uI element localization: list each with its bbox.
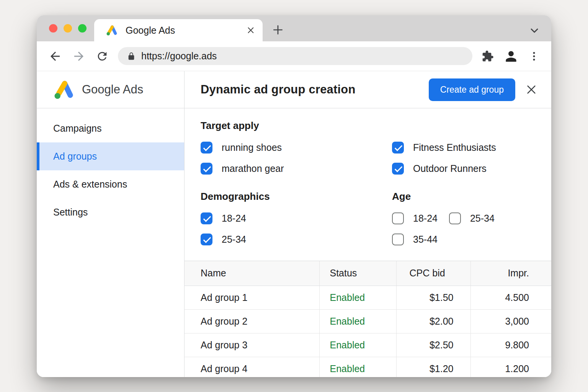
checkbox-icon[interactable] (201, 234, 212, 245)
google-ads-favicon-icon (106, 24, 117, 36)
browser-window: Google Ads (37, 15, 551, 377)
sidebar-item-ads-extensions[interactable]: Ads & extensions (37, 170, 184, 198)
reload-button[interactable] (96, 50, 109, 63)
tab-close-icon[interactable] (247, 26, 255, 34)
desktop-background: Google Ads (0, 0, 588, 392)
brand-name: Google Ads (82, 83, 143, 96)
cell-cpc-bid: $1.20 (396, 357, 470, 377)
targeting-form: Target apply running shoes Fitness Enthu… (185, 108, 551, 255)
cell-status: Enabled (319, 309, 396, 333)
checkbox-demographics-25-34[interactable]: 25-34 (201, 234, 392, 245)
cell-cpc-bid: $1.50 (396, 286, 470, 309)
create-ad-group-button[interactable]: Create ad group (429, 78, 515, 101)
cell-impressions: 4.500 (470, 286, 551, 309)
checkbox-fitness-enthusiasts[interactable]: Fitness Enthusiasts (392, 142, 536, 154)
forward-button[interactable] (72, 49, 86, 63)
tab-title: Google Ads (126, 25, 247, 36)
dialog-close-icon[interactable] (525, 83, 537, 96)
column-header-impressions: Impr. (470, 261, 551, 286)
extensions-puzzle-icon[interactable] (482, 50, 494, 62)
browser-tab[interactable]: Google Ads (94, 19, 263, 41)
checkbox-icon[interactable] (392, 234, 404, 245)
demo-age-options: 18-24 25-34 (201, 212, 536, 255)
age-options-row: 18-24 25-34 (392, 212, 536, 234)
back-button[interactable] (48, 49, 62, 63)
table-header-row: Name Status CPC bid Impr. (185, 261, 551, 286)
cell-cpc-bid: $2.50 (396, 333, 470, 357)
demo-age-headings: Demographics Age (201, 191, 536, 212)
checkbox-icon[interactable] (392, 163, 404, 175)
minimize-window-button[interactable] (64, 24, 72, 33)
app-header: Google Ads Dynamic ad group creation Cre… (37, 71, 551, 108)
target-apply-options: running shoes Fitness Enthusiasts marath… (201, 142, 536, 184)
cell-status: Enabled (319, 357, 396, 377)
checkbox-icon[interactable] (392, 212, 404, 224)
ad-groups-table-container: Name Status CPC bid Impr. Ad group 1 Ena… (185, 261, 551, 377)
cell-name: Ad group 4 (185, 357, 319, 377)
checkbox-age-35-44[interactable]: 35-44 (392, 234, 536, 245)
sidebar-item-campaigns[interactable]: Campaigns (37, 114, 184, 142)
checkbox-label: Fitness Enthusiasts (413, 142, 496, 153)
checkbox-label: 18-24 (413, 213, 438, 224)
zoom-window-button[interactable] (78, 24, 87, 33)
checkbox-label: Outdoor Runners (413, 163, 487, 174)
age-heading: Age (392, 191, 536, 203)
app-body: Campaigns Ad groups Ads & extensions Set… (37, 108, 551, 377)
new-tab-button[interactable] (272, 24, 284, 36)
table-row[interactable]: Ad group 4 Enabled $1.20 1.200 (185, 357, 551, 377)
main-content: Target apply running shoes Fitness Enthu… (185, 108, 551, 377)
table-row[interactable]: Ad group 3 Enabled $2.50 9.800 (185, 333, 551, 357)
checkbox-age-18-24[interactable]: 18-24 (392, 212, 438, 224)
checkbox-label: running shoes (222, 142, 282, 153)
dialog-header: Dynamic ad group creation Create ad grou… (185, 71, 551, 108)
column-header-cpc-bid: CPC bid (396, 261, 470, 286)
chevron-down-icon[interactable] (528, 24, 541, 37)
brand: Google Ads (37, 71, 185, 108)
google-ads-app: Google Ads Dynamic ad group creation Cre… (37, 71, 551, 377)
checkbox-label: 25-34 (470, 213, 495, 224)
checkbox-outdoor-runners[interactable]: Outdoor Runners (392, 163, 536, 175)
checkbox-label: 25-34 (222, 234, 246, 245)
checkbox-icon[interactable] (201, 163, 212, 175)
cell-impressions: 3,000 (470, 309, 551, 333)
toolbar-actions (482, 50, 540, 63)
checkbox-label: marathon gear (222, 163, 284, 174)
checkbox-icon[interactable] (392, 142, 404, 154)
lock-icon[interactable] (127, 52, 136, 60)
checkbox-icon[interactable] (201, 212, 212, 224)
google-ads-logo-icon (53, 79, 74, 100)
table-row[interactable]: Ad group 1 Enabled $1.50 4.500 (185, 286, 551, 309)
ad-groups-table: Name Status CPC bid Impr. Ad group 1 Ena… (185, 261, 551, 377)
column-header-name: Name (185, 261, 319, 286)
profile-avatar-icon[interactable] (505, 50, 518, 63)
cell-impressions: 1.200 (470, 357, 551, 377)
cell-status: Enabled (319, 286, 396, 309)
cell-impressions: 9.800 (470, 333, 551, 357)
column-header-status: Status (319, 261, 396, 286)
browser-toolbar: https://google.ads (37, 41, 551, 71)
checkbox-icon[interactable] (201, 142, 212, 154)
page-title: Dynamic ad group creation (201, 83, 419, 96)
demographics-heading: Demographics (201, 191, 392, 203)
sidebar-item-settings[interactable]: Settings (37, 198, 184, 226)
sidebar: Campaigns Ad groups Ads & extensions Set… (37, 108, 185, 377)
cell-name: Ad group 1 (185, 286, 319, 309)
checkbox-running-shoes[interactable]: running shoes (201, 142, 392, 154)
age-options: 18-24 25-34 35-44 (392, 212, 536, 255)
sidebar-item-ad-groups[interactable]: Ad groups (37, 142, 184, 170)
table-row[interactable]: Ad group 2 Enabled $2.00 3,000 (185, 309, 551, 333)
checkbox-demographics-18-24[interactable]: 18-24 (201, 212, 392, 224)
checkbox-icon[interactable] (449, 212, 461, 224)
checkbox-age-25-34[interactable]: 25-34 (449, 212, 495, 224)
browser-tab-strip: Google Ads (37, 15, 551, 41)
demographics-options: 18-24 25-34 (201, 212, 392, 255)
target-apply-heading: Target apply (201, 120, 536, 132)
close-window-button[interactable] (49, 24, 57, 33)
address-bar[interactable]: https://google.ads (118, 47, 472, 65)
checkbox-marathon-gear[interactable]: marathon gear (201, 163, 392, 175)
browser-menu-dots-icon[interactable] (528, 51, 540, 62)
cell-status: Enabled (319, 333, 396, 357)
cell-name: Ad group 2 (185, 309, 319, 333)
window-controls (49, 24, 87, 33)
checkbox-label: 35-44 (413, 234, 438, 245)
